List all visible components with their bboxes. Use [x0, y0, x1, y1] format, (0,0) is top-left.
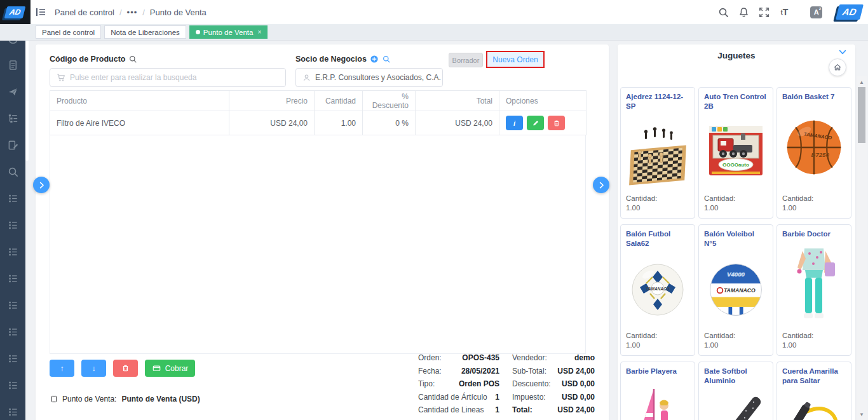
cell-descuento: 0 %	[363, 111, 416, 135]
product-image-doll	[782, 239, 846, 331]
sidebar-item-menu-8[interactable]	[0, 372, 25, 398]
order-lines-table: Producto Precio Cantidad % Descuento Tot…	[50, 90, 586, 354]
table-row[interactable]: Filtro de Aire IVECO USD 24,00 1.00 0 % …	[50, 111, 587, 135]
close-tab-icon[interactable]: ×	[257, 29, 261, 36]
product-image-jump-rope	[782, 386, 846, 420]
sidebar-item-send[interactable]	[0, 78, 25, 105]
product-code-input[interactable]	[70, 73, 285, 82]
search-icon[interactable]	[716, 5, 730, 19]
trash-icon	[552, 119, 561, 128]
line-edit-button[interactable]	[527, 116, 544, 130]
sidebar-item-menu-3[interactable]	[0, 238, 25, 265]
sidebar-item-menu-4[interactable]	[0, 265, 25, 292]
tab-nota-de-liberaciones[interactable]: Nota de Liberaciones	[104, 25, 186, 39]
scroll-up-arrow[interactable]: ▲	[857, 78, 867, 86]
product-card-bate-softbol[interactable]: Bate Softbol Aluminio Cantidad:1.00	[698, 362, 773, 420]
tab-panel-de-control[interactable]: Panel de control	[36, 25, 101, 39]
search-icon[interactable]	[382, 55, 391, 64]
product-image-baseball-bat	[704, 386, 768, 420]
product-card-auto-tren[interactable]: Auto Tren Control 2B	[698, 87, 773, 219]
pos-application-window: AD Panel de control / ••• / Punto de Ven…	[0, 0, 868, 420]
indented-list-icon	[7, 193, 19, 205]
product-card-balon-futbol[interactable]: Balón Futbol Sala62 TAMANACO Cantidad:1.…	[620, 224, 695, 356]
add-partner-icon[interactable]	[370, 55, 379, 64]
new-order-button[interactable]: Nueva Orden	[486, 51, 545, 68]
product-card-balon-basket[interactable]: Balón Basket 7 TAMANACO B7250 Cantidad:1…	[776, 87, 851, 219]
chevron-right-icon	[37, 180, 46, 190]
sidebar-item-edit-document[interactable]	[0, 132, 25, 158]
col-precio: Precio	[229, 91, 315, 111]
tags-view-bar: Panel de control Nota de Liberaciones Pu…	[0, 24, 868, 41]
order-summary-left: Orden:OPOS-435 Fecha:28/05/2021 Tipo:Ord…	[418, 351, 499, 417]
person-icon	[302, 73, 311, 83]
catalog-scrollbar[interactable]: ▲ ▼	[857, 76, 867, 420]
catalog-home-button[interactable]	[829, 58, 846, 76]
active-tab-dot	[196, 30, 200, 34]
product-image-basketball: TAMANACO B7250	[782, 102, 846, 194]
pencil-icon	[531, 119, 540, 128]
sidebar-item-tree[interactable]	[0, 105, 25, 132]
draft-button[interactable]: Borrador	[449, 53, 483, 67]
col-total: Total	[416, 91, 499, 111]
indented-list-icon	[7, 326, 19, 338]
indented-list-icon	[7, 406, 19, 418]
sidebar-item-documents[interactable]	[0, 51, 25, 78]
scroll-down-arrow[interactable]: ▼	[857, 410, 867, 419]
app-logo-box[interactable]: AD	[0, 0, 31, 24]
cart-icon	[56, 72, 66, 83]
font-size-icon[interactable]: tT	[777, 5, 791, 19]
svg-text:TAMANACO: TAMANACO	[724, 287, 756, 294]
app-logo: AD	[4, 6, 26, 18]
sidebar-item-search[interactable]	[0, 158, 25, 185]
translate-icon[interactable]: Az	[810, 6, 822, 18]
left-sidebar-menu	[0, 24, 25, 420]
empty-table-body	[50, 135, 586, 354]
cell-opciones: i	[499, 111, 587, 135]
product-card-balon-voleibol[interactable]: Balón Voleibol N°5 V4000	[698, 224, 773, 356]
sidebar-collapse-icon[interactable]	[34, 6, 47, 21]
product-card-ajedrez[interactable]: Ajedrez 1124-12-SP Cantidad:1.00	[620, 87, 695, 219]
sidebar-item-menu-6[interactable]	[0, 318, 25, 345]
move-line-down-button[interactable]: ↓	[81, 360, 106, 377]
scrollbar-thumb[interactable]	[858, 87, 865, 143]
collect-button[interactable]: Cobrar	[145, 360, 195, 377]
line-delete-button[interactable]	[548, 116, 565, 130]
move-line-up-button[interactable]: ↑	[50, 360, 74, 377]
top-navbar: AD Panel de control / ••• / Punto de Ven…	[0, 0, 868, 24]
sidebar-item-menu-5[interactable]	[0, 292, 25, 318]
breadcrumb-item-panel[interactable]: Panel de control	[55, 8, 114, 17]
line-info-button[interactable]: i	[506, 116, 523, 130]
expand-left-panel-button[interactable]	[33, 177, 50, 193]
chevron-right-icon	[597, 180, 606, 190]
sidebar-item-menu-9[interactable]	[0, 398, 25, 420]
business-partner-input[interactable]	[315, 73, 442, 82]
paper-plane-icon	[7, 86, 19, 98]
product-card-barbie-playera[interactable]: Barbie Playera Cantidad:1.00	[620, 362, 695, 420]
tab-punto-de-venta[interactable]: Punto de Venta ×	[189, 25, 268, 39]
tax: USD 0,00	[562, 393, 595, 402]
breadcrumb-separator: /	[119, 8, 122, 17]
fullscreen-icon[interactable]	[757, 5, 771, 19]
product-card-cuerda-saltar[interactable]: Cuerda Amarilla para Saltar Cantidad:1.0…	[776, 362, 851, 420]
search-icon[interactable]	[128, 55, 137, 64]
product-card-barbie-doctor[interactable]: Barbie Doctor	[776, 224, 851, 356]
col-producto: Producto	[50, 91, 229, 111]
chevron-down-icon[interactable]	[837, 47, 848, 60]
sidebar-scrollbar-thumb[interactable]	[25, 30, 29, 161]
delete-line-button[interactable]	[113, 360, 138, 377]
cell-precio: USD 24,00	[229, 111, 315, 135]
terminal-icon	[50, 395, 58, 403]
expand-right-panel-button[interactable]	[593, 177, 609, 193]
sidebar-item-menu-7[interactable]	[0, 345, 25, 372]
sidebar-item-menu-2[interactable]	[0, 212, 25, 238]
sidebar-item-menu-1[interactable]	[0, 185, 25, 212]
cell-total: USD 24,00	[416, 111, 499, 135]
payment-card-icon	[152, 363, 161, 373]
product-qty: 1.00	[626, 341, 689, 351]
notifications-bell-icon[interactable]	[736, 5, 750, 19]
document-icon	[7, 59, 19, 71]
brand-logo[interactable]: AD	[836, 4, 864, 20]
pos-terminal-name: Punto de Venta (USD)	[121, 395, 200, 403]
breadcrumb-ellipsis[interactable]: •••	[127, 8, 138, 17]
order-number: OPOS-435	[462, 353, 499, 362]
